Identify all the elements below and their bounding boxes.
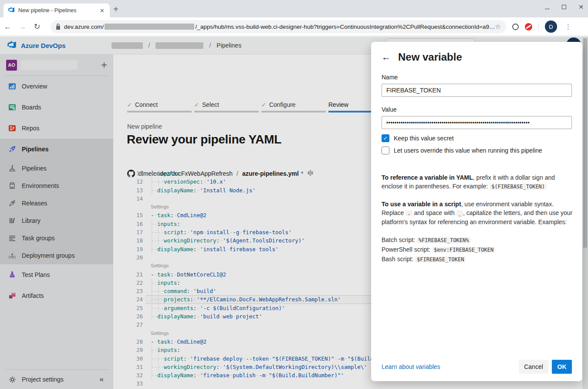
collapse-sidebar-icon[interactable]: « xyxy=(100,375,104,384)
sidebar-item-pipelines[interactable]: Pipelines xyxy=(0,139,113,160)
task-groups-icon xyxy=(8,234,17,242)
project-settings-label: Project settings xyxy=(22,376,64,383)
sidebar-item-releases-sub[interactable]: Releases xyxy=(0,194,113,212)
redacted-org-url xyxy=(105,24,194,30)
inline-code: %FIREBASE_TOKEN% xyxy=(417,237,471,243)
pipelines-icon xyxy=(8,145,17,154)
variable-name-input[interactable] xyxy=(382,84,572,97)
sidebar-item-label: Test Plans xyxy=(22,271,50,278)
line-number: 18 xyxy=(127,236,143,245)
sidebar-item-library-sub[interactable]: Library xyxy=(0,212,113,229)
line-number: 29 xyxy=(127,346,143,354)
sidebar-item-label: Boards xyxy=(22,104,41,111)
minimize-icon[interactable] xyxy=(545,9,550,9)
help-paragraph-yaml: To reference a variable in YAML, prefix … xyxy=(382,173,573,191)
extensions-area: D ⋮ xyxy=(512,20,576,33)
org-avatar[interactable]: AO xyxy=(6,60,17,71)
inline-code: $FIREBASE_TOKEN xyxy=(415,256,466,263)
browser-toolbar: ← → ↻ dev.azure.com//_apps/hub/ms.vss-bu… xyxy=(0,17,588,36)
scrollbar-thumb[interactable] xyxy=(583,38,587,248)
redacted-org-crumb[interactable] xyxy=(112,42,143,49)
line-number: 25 xyxy=(127,304,143,312)
sidebar-item-label: Pipelines xyxy=(22,165,47,172)
new-variable-panel: ← New variable Name Value ✓ Keep this va… xyxy=(371,42,582,381)
line-number: 16 xyxy=(127,220,143,228)
inline-code: $(FIREBASE_TOKEN) xyxy=(490,184,547,190)
sidebar-item-pipelines-sub[interactable]: Pipelines xyxy=(0,160,113,177)
page-title: Review your pipeline YAML xyxy=(127,133,281,147)
back-arrow-icon[interactable]: ← xyxy=(382,52,391,62)
sidebar: AO + OverviewBoardsReposPipelinesPipelin… xyxy=(0,55,113,389)
url-text: dev.azure.com//_apps/hub/ms.vss-build-we… xyxy=(64,24,495,30)
sidebar-item-artifacts[interactable]: Artifacts xyxy=(0,285,113,306)
wizard-step-select[interactable]: ✓Select xyxy=(194,100,259,113)
wizard-step-bar xyxy=(127,111,192,113)
browser-menu-icon[interactable]: ⋮ xyxy=(565,23,571,31)
back-icon[interactable]: ← xyxy=(0,22,15,31)
deployment-groups-icon xyxy=(8,251,17,260)
bookmark-star-icon[interactable]: ☆ xyxy=(495,23,501,31)
artifacts-icon xyxy=(8,291,17,300)
maximize-icon[interactable] xyxy=(562,5,566,9)
line-number: 20 xyxy=(127,253,143,262)
inline-code: _ xyxy=(456,210,463,216)
sidebar-item-label: Releases xyxy=(22,200,47,207)
line-number: 23 xyxy=(127,287,143,295)
variable-value-input[interactable] xyxy=(382,116,572,129)
extension-icon[interactable] xyxy=(512,24,519,30)
keep-secret-row: ✓ Keep this value secret xyxy=(382,134,572,142)
tab-close-icon[interactable]: ✕ xyxy=(98,7,106,14)
wizard-step-label: Connect xyxy=(135,101,158,108)
new-tab-button[interactable]: + xyxy=(113,5,118,13)
sidebar-item-deployment-groups-sub[interactable]: Deployment groups xyxy=(0,247,113,264)
line-number: 21 xyxy=(127,270,143,279)
override-checkbox[interactable] xyxy=(382,147,389,154)
wizard-step-connect[interactable]: ✓Connect xyxy=(127,100,192,113)
learn-about-variables-link[interactable]: Learn about variables xyxy=(382,363,440,370)
page-scrollbar[interactable] xyxy=(582,37,588,389)
sidebar-item-label: Repos xyxy=(22,125,39,132)
value-label: Value xyxy=(382,106,572,113)
reload-icon[interactable]: ↻ xyxy=(30,22,44,31)
sidebar-item-label: Library xyxy=(22,217,41,224)
extension-icon-red[interactable] xyxy=(525,23,532,31)
line-number: 19 xyxy=(127,245,143,253)
line-number: 22 xyxy=(127,279,143,287)
sidebar-item-label: Artifacts xyxy=(22,292,44,299)
sidebar-item-overview[interactable]: Overview xyxy=(0,76,113,97)
line-number: 14 xyxy=(127,194,143,203)
cancel-button[interactable]: Cancel xyxy=(519,360,548,374)
override-label: Let users override this value when runni… xyxy=(394,147,542,154)
wizard-step-configure[interactable]: ✓Configure xyxy=(261,100,326,113)
ok-button[interactable]: OK xyxy=(552,360,572,374)
browser-tab[interactable]: New pipeline - Pipelines ✕ xyxy=(3,3,110,17)
keep-secret-label: Keep this value secret xyxy=(394,135,454,142)
gear-icon xyxy=(8,375,17,384)
repos-icon xyxy=(8,124,17,133)
sidebar-item-project-settings[interactable]: Project settings « xyxy=(0,370,113,389)
sidebar-item-test-plans[interactable]: Test Plans xyxy=(0,264,113,285)
url-bar[interactable]: dev.azure.com//_apps/hub/ms.vss-build-we… xyxy=(51,20,506,33)
test-plans-icon xyxy=(8,270,17,279)
redacted-org-name xyxy=(21,60,78,70)
sidebar-item-boards[interactable]: Boards xyxy=(0,97,113,118)
line-number: 11 xyxy=(127,169,143,177)
check-icon: ✓ xyxy=(127,102,132,108)
redacted-project-crumb[interactable] xyxy=(155,42,203,49)
sidebar-footer: Project settings « xyxy=(0,369,113,389)
help-paragraph-script: To use a variable in a script, use envir… xyxy=(382,200,573,226)
brand-name: Azure DevOps xyxy=(21,42,66,49)
sidebar-items: OverviewBoardsReposPipelinesPipelinesEnv… xyxy=(0,76,113,306)
browser-tab-strip: New pipeline - Pipelines ✕ + ✕ xyxy=(0,0,588,17)
keep-secret-checkbox[interactable]: ✓ xyxy=(382,134,389,142)
sidebar-item-environments-sub[interactable]: Environments xyxy=(0,177,113,194)
brand[interactable]: Azure DevOps xyxy=(7,40,66,51)
pipelines-sub-icon xyxy=(8,164,17,173)
add-org-icon[interactable]: + xyxy=(101,59,107,71)
browser-profile-avatar[interactable]: D xyxy=(545,20,557,33)
window-close-icon[interactable]: ✕ xyxy=(578,3,584,10)
sidebar-item-task-groups-sub[interactable]: Task groups xyxy=(0,229,113,247)
line-number: 27 xyxy=(127,321,143,329)
inline-code: $env:FIREBASE_TOKEN xyxy=(432,247,495,253)
sidebar-item-repos[interactable]: Repos xyxy=(0,118,113,139)
